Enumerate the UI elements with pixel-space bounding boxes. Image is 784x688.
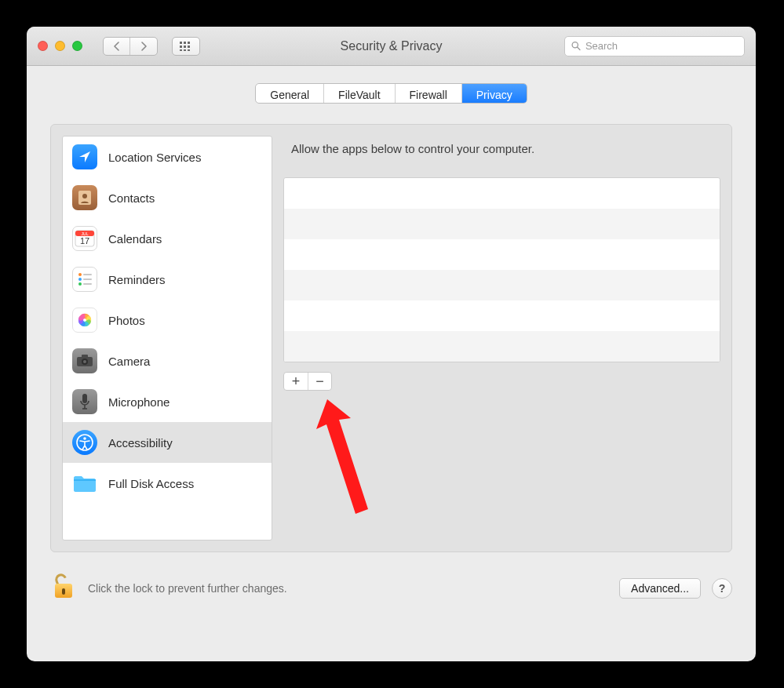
- svg-rect-43: [62, 588, 65, 595]
- back-button[interactable]: [104, 38, 130, 55]
- camera-icon: [72, 348, 97, 373]
- svg-rect-8: [188, 49, 190, 51]
- sidebar-item-calendars[interactable]: JUL17 Calendars: [63, 218, 272, 259]
- chevron-left-icon: [113, 42, 121, 51]
- sidebar-item-label: Microphone: [108, 395, 170, 409]
- svg-rect-7: [184, 49, 186, 51]
- sidebar-item-reminders[interactable]: Reminders: [63, 259, 272, 300]
- list-row[interactable]: [284, 178, 720, 209]
- window-controls: [38, 41, 82, 51]
- sidebar-item-label: Reminders: [108, 273, 166, 286]
- svg-rect-40: [74, 479, 96, 481]
- grid-icon: [180, 42, 192, 51]
- list-row[interactable]: [284, 239, 720, 270]
- content-panel: Location Services Contacts JUL17 Calenda…: [50, 124, 732, 552]
- privacy-category-list[interactable]: Location Services Contacts JUL17 Calenda…: [62, 136, 272, 541]
- svg-rect-4: [184, 46, 186, 48]
- folder-icon: [72, 471, 97, 496]
- svg-point-21: [78, 282, 82, 286]
- reminders-icon: [72, 267, 97, 292]
- preferences-window: Security & Privacy General FileVault Fir…: [27, 27, 756, 661]
- sidebar-item-camera[interactable]: Camera: [63, 340, 272, 381]
- search-field[interactable]: [564, 36, 745, 56]
- tab-label: Privacy: [476, 89, 512, 101]
- tab-label: General: [270, 89, 309, 101]
- tab-privacy[interactable]: Privacy: [462, 84, 527, 103]
- minimize-window-button[interactable]: [55, 41, 65, 51]
- body: General FileVault Firewall Privacy Locat…: [27, 66, 756, 661]
- search-icon: [571, 41, 581, 51]
- svg-rect-22: [83, 283, 92, 285]
- sidebar-item-label: Contacts: [108, 191, 155, 205]
- tab-filevault[interactable]: FileVault: [324, 84, 395, 103]
- contacts-icon: [72, 185, 97, 210]
- lock-hint-text: Click the lock to prevent further change…: [88, 582, 287, 595]
- nav-segment: [103, 37, 158, 56]
- sidebar-item-location-services[interactable]: Location Services: [63, 137, 272, 177]
- svg-rect-20: [83, 278, 92, 280]
- search-input[interactable]: [585, 40, 738, 52]
- list-row[interactable]: [284, 209, 720, 239]
- calendar-icon: JUL17: [72, 226, 97, 251]
- detail-description: Allow the apps below to control your com…: [283, 136, 720, 155]
- svg-point-19: [78, 278, 82, 281]
- lock-button[interactable]: [50, 571, 77, 605]
- list-row[interactable]: [284, 300, 720, 331]
- tab-general[interactable]: General: [256, 84, 324, 103]
- svg-line-10: [578, 47, 580, 49]
- sidebar-item-label: Location Services: [108, 151, 201, 164]
- sidebar-item-full-disk-access[interactable]: Full Disk Access: [63, 463, 272, 504]
- plus-icon: +: [292, 373, 301, 390]
- sidebar-item-photos[interactable]: Photos: [63, 300, 272, 340]
- add-button[interactable]: +: [284, 373, 308, 390]
- sidebar-item-accessibility[interactable]: Accessibility: [63, 422, 272, 463]
- sidebar-item-label: Camera: [108, 355, 150, 368]
- svg-rect-3: [180, 46, 182, 48]
- zoom-window-button[interactable]: [72, 41, 82, 51]
- annotation-arrow-icon: [313, 391, 407, 525]
- chevron-right-icon: [140, 42, 148, 51]
- advanced-button[interactable]: Advanced...: [619, 578, 701, 599]
- svg-rect-35: [82, 394, 87, 403]
- sidebar-item-label: Full Disk Access: [108, 477, 194, 490]
- close-window-button[interactable]: [38, 41, 48, 51]
- tab-firewall[interactable]: Firewall: [396, 84, 462, 103]
- sidebar-item-microphone[interactable]: Microphone: [63, 381, 272, 422]
- photos-icon: [72, 308, 97, 333]
- help-icon: ?: [719, 582, 726, 595]
- svg-rect-0: [180, 42, 182, 44]
- svg-text:17: 17: [80, 236, 89, 246]
- unlocked-lock-icon: [50, 571, 77, 602]
- list-edit-buttons: + −: [283, 372, 332, 391]
- svg-marker-41: [316, 399, 368, 514]
- forward-button[interactable]: [130, 38, 157, 55]
- sidebar-item-label: Calendars: [108, 232, 162, 246]
- tabs: General FileVault Firewall Privacy: [27, 83, 756, 104]
- svg-rect-5: [188, 46, 190, 48]
- help-button[interactable]: ?: [712, 578, 732, 599]
- svg-point-17: [78, 273, 82, 276]
- list-row[interactable]: [284, 331, 720, 362]
- tab-label: Firewall: [410, 89, 447, 101]
- sidebar-item-label: Photos: [108, 314, 145, 327]
- allowed-apps-list[interactable]: [283, 177, 720, 362]
- list-row[interactable]: [284, 270, 720, 300]
- svg-rect-1: [184, 42, 186, 44]
- titlebar: Security & Privacy: [27, 27, 756, 66]
- minus-icon: −: [315, 373, 324, 390]
- svg-rect-2: [188, 42, 190, 44]
- microphone-icon: [72, 389, 97, 414]
- location-icon: [72, 144, 97, 169]
- tabbar: General FileVault Firewall Privacy: [255, 83, 527, 104]
- svg-rect-32: [82, 355, 88, 358]
- tab-label: FileVault: [338, 89, 380, 101]
- sidebar-item-label: Accessibility: [108, 436, 173, 450]
- svg-rect-6: [180, 49, 182, 51]
- remove-button[interactable]: −: [308, 373, 331, 390]
- detail-pane: Allow the apps below to control your com…: [283, 136, 720, 541]
- svg-rect-18: [83, 274, 92, 275]
- svg-point-34: [83, 360, 86, 363]
- show-all-button[interactable]: [172, 37, 200, 56]
- accessibility-icon: [72, 430, 97, 455]
- sidebar-item-contacts[interactable]: Contacts: [63, 177, 272, 218]
